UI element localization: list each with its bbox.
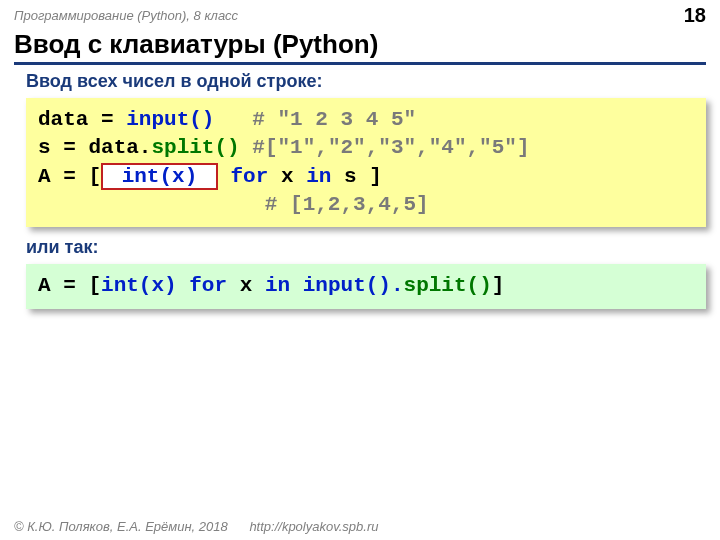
code-token: ]: [492, 274, 505, 297]
code-token: A: [38, 165, 51, 188]
code-token: for: [230, 165, 280, 188]
code-token: int(x): [109, 165, 210, 188]
header: Программирование (Python), 8 класс 18: [0, 0, 720, 29]
code-pad: [38, 193, 265, 216]
code-token: =: [63, 136, 76, 159]
code-token: [: [88, 165, 101, 188]
code-token: =: [63, 274, 76, 297]
code-token: x: [240, 274, 265, 297]
code-token: data: [38, 108, 88, 131]
code-token: s ]: [344, 165, 382, 188]
code-token: =: [101, 108, 114, 131]
code-token: A: [38, 274, 51, 297]
code-token: split(): [151, 136, 239, 159]
code-token: s: [38, 136, 51, 159]
course-label: Программирование (Python), 8 класс: [14, 8, 238, 23]
footer: © К.Ю. Поляков, Е.А. Ерёмин, 2018 http:/…: [14, 519, 378, 534]
code-token: in: [306, 165, 344, 188]
code-token: split(): [404, 274, 492, 297]
code-comment: # "1 2 3 4 5": [252, 108, 416, 131]
code-comment: # [1,2,3,4,5]: [265, 193, 429, 216]
code-token: x: [281, 165, 306, 188]
code-token: for: [189, 274, 239, 297]
page-title: Ввод с клавиатуры (Python): [14, 29, 706, 65]
code-token: data.: [88, 136, 151, 159]
footer-url: http://kpolyakov.spb.ru: [249, 519, 378, 534]
code-token: [: [88, 274, 101, 297]
code-token: =: [63, 165, 76, 188]
code-comment: #["1","2","3","4","5"]: [240, 136, 530, 159]
section-label-1: Ввод всех чисел в одной строке:: [26, 71, 706, 92]
code-block-1: data = input() # "1 2 3 4 5" s = data.sp…: [26, 98, 706, 227]
code-token: in: [265, 274, 303, 297]
section-label-2: или так:: [26, 237, 706, 258]
highlighted-token: int(x): [101, 163, 218, 190]
code-token: int(x): [101, 274, 189, 297]
code-token: input().: [303, 274, 404, 297]
page-number: 18: [684, 4, 706, 27]
code-token: input(): [126, 108, 252, 131]
code-block-2: A = [int(x) for x in input().split()]: [26, 264, 706, 308]
copyright: © К.Ю. Поляков, Е.А. Ерёмин, 2018: [14, 519, 228, 534]
